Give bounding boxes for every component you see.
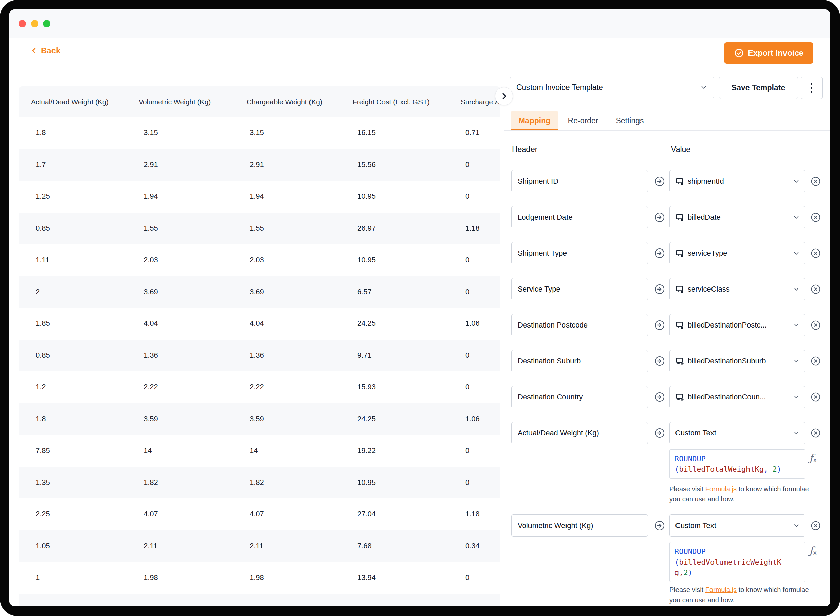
cell: 0 (465, 149, 469, 181)
remove-mapping-icon[interactable] (811, 212, 821, 223)
chevron-down-icon (792, 357, 800, 365)
export-invoice-button[interactable]: Export Invoice (724, 43, 814, 63)
header-input[interactable]: Service Type (511, 278, 648, 300)
data-field-icon (675, 321, 684, 330)
cell: 1 (36, 562, 40, 594)
cell: 4.07 (250, 498, 264, 530)
formula-note: Please visit Formula.js to know which fo… (670, 585, 811, 605)
mapping-row: Volumetric Weight (Kg) Custom Text (504, 515, 830, 537)
cell: 3.59 (250, 403, 264, 435)
header-input[interactable]: Destination Country (511, 386, 648, 408)
remove-mapping-icon[interactable] (811, 320, 821, 330)
header-input[interactable]: Shipment ID (511, 170, 648, 192)
chevron-down-icon (792, 429, 800, 437)
save-template-button[interactable]: Save Template (719, 77, 798, 99)
tab-mapping[interactable]: Mapping (511, 111, 558, 131)
data-field-icon (675, 249, 684, 258)
cell: 24.25 (357, 403, 376, 435)
value-select[interactable]: serviceType (670, 242, 805, 264)
tab-reorder[interactable]: Re-order (563, 111, 603, 131)
header-input[interactable]: Actual/Dead Weight (Kg) (511, 422, 648, 444)
cell: 1.18 (465, 498, 480, 530)
cell: 1.98 (144, 562, 158, 594)
zoom-window-button[interactable] (43, 20, 50, 27)
remove-mapping-icon[interactable] (811, 520, 821, 531)
value-column-label: Value (671, 145, 690, 154)
cell: 1.11 (36, 244, 50, 276)
value-select-label: serviceType (687, 249, 789, 258)
arrow-right-circle-icon (654, 355, 665, 367)
cell: 1.35 (36, 467, 50, 499)
value-select[interactable]: billedDate (670, 206, 805, 228)
remove-mapping-icon[interactable] (811, 248, 821, 258)
cell: 0 (465, 562, 469, 594)
table-row: 23.693.696.570 (19, 276, 500, 308)
remove-mapping-icon[interactable] (811, 428, 821, 439)
formula-function: ROUNDUP (674, 453, 800, 464)
value-select[interactable]: Custom Text (670, 422, 805, 444)
value-select[interactable]: billedDestinationPostc... (670, 314, 805, 336)
template-select[interactable]: Custom Invoice Template (510, 77, 714, 98)
value-select-label: Custom Text (675, 429, 789, 437)
cell: 1.36 (144, 340, 158, 371)
formulajs-link[interactable]: Formula.js (705, 586, 737, 594)
cell: 3.69 (250, 276, 264, 308)
cell: 3.19 (144, 594, 158, 607)
cell: 1.82 (250, 467, 264, 499)
screenshot-stage: Back Export Invoice Actual/Dead Weight (… (0, 0, 840, 616)
remove-mapping-icon[interactable] (811, 392, 821, 402)
remove-mapping-icon[interactable] (811, 176, 821, 186)
header-input[interactable]: Lodgement Date (511, 206, 648, 228)
cell: 1.94 (250, 180, 264, 213)
mapping-row: Actual/Dead Weight (Kg) Custom Text (504, 422, 830, 444)
save-template-label: Save Template (732, 84, 785, 92)
header-input[interactable]: Destination Suburb (511, 350, 648, 372)
arrow-right-circle-icon (654, 283, 665, 295)
arrow-right-circle-icon (654, 211, 665, 223)
kebab-icon (811, 91, 812, 93)
tabs-divider (504, 131, 830, 131)
formula-editor[interactable]: ROUNDUP (billedVolumetricWeightK g,2) (670, 542, 805, 582)
remove-mapping-icon[interactable] (811, 356, 821, 367)
data-field-icon (675, 393, 684, 402)
remove-mapping-icon[interactable] (811, 284, 821, 295)
tab-settings[interactable]: Settings (611, 111, 649, 131)
formulajs-link[interactable]: Formula.js (705, 485, 737, 493)
header-input[interactable]: Destination Postcode (511, 314, 648, 336)
cell: 2.11 (144, 530, 157, 562)
cell: 15.56 (357, 149, 376, 181)
chevron-left-icon (29, 46, 38, 55)
chevron-down-icon (700, 84, 708, 91)
data-field-icon (675, 213, 684, 222)
table-body: 1.83.153.1516.150.71 1.72.912.9115.560 1… (19, 117, 500, 606)
kebab-icon (811, 87, 812, 89)
minimize-window-button[interactable] (31, 20, 38, 27)
table-row: 1.22.222.2215.930 (19, 371, 500, 403)
back-button[interactable]: Back (29, 46, 60, 56)
chevron-down-icon (792, 213, 800, 221)
value-select[interactable]: shipmentId (670, 170, 805, 192)
fx-formula-icon[interactable]: ƒx (809, 545, 824, 558)
value-select[interactable]: billedDestinationCoun... (670, 386, 805, 408)
check-circle-icon (734, 48, 744, 58)
cell: 1.94 (144, 180, 158, 213)
cell: 2 (36, 276, 40, 308)
cell: 1.7 (36, 149, 46, 181)
more-options-button[interactable] (800, 77, 822, 99)
cell: 2.11 (250, 530, 263, 562)
value-select[interactable]: billedDestinationSuburb (670, 350, 805, 372)
cell: 1.55 (144, 213, 158, 245)
collapse-panel-button[interactable] (495, 87, 513, 105)
tab-settings-label: Settings (615, 116, 643, 125)
header-input[interactable]: Shipment Type (511, 242, 648, 264)
value-select[interactable]: serviceClass (670, 278, 805, 300)
value-select[interactable]: Custom Text (670, 515, 805, 537)
close-window-button[interactable] (19, 20, 26, 27)
table-row: 1.251.941.9410.950 (19, 180, 500, 213)
formula-editor[interactable]: ROUNDUP (billedTotalWeightKg, 2) (670, 449, 805, 479)
fx-formula-icon[interactable]: ƒx (809, 452, 824, 465)
header-input[interactable]: Volumetric Weight (Kg) (511, 515, 648, 537)
cell: 1.98 (250, 562, 264, 594)
cell: 2.91 (250, 149, 264, 181)
tab-mapping-label: Mapping (519, 116, 551, 125)
